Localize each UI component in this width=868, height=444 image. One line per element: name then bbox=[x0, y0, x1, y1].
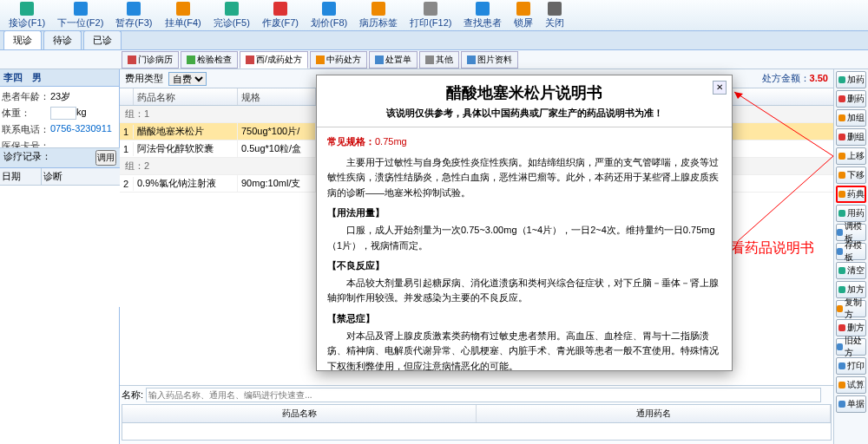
action-btn-清空[interactable]: 清空 bbox=[836, 262, 866, 279]
patient-sex: 男 bbox=[32, 72, 42, 82]
sub-tab[interactable]: 图片资料 bbox=[461, 51, 518, 69]
fee-type-select[interactable]: 自费 bbox=[168, 72, 207, 86]
main-tab[interactable]: 已诊 bbox=[83, 30, 122, 49]
toolbar-btn[interactable]: 病历标签 bbox=[354, 0, 403, 31]
action-btn-删药[interactable]: 删药 bbox=[836, 90, 866, 108]
action-btn-试算[interactable]: 试算 bbox=[836, 376, 866, 394]
toolbar-btn[interactable]: 锁屏 bbox=[509, 0, 538, 31]
patient-panel: 李四 男 患者年龄：23岁 体重：kg 联系电话：0756-3230911 医保… bbox=[0, 69, 120, 444]
toolbar-btn[interactable]: 关闭 bbox=[540, 0, 569, 31]
toolbar-btn[interactable]: 作废(F7) bbox=[257, 0, 304, 31]
toolbar-btn[interactable]: 划价(F8) bbox=[306, 0, 352, 31]
action-btn-加组[interactable]: 加组 bbox=[836, 109, 866, 127]
action-btn-打印[interactable]: 打印 bbox=[836, 357, 866, 375]
drug-manual-popup: 醋酸地塞米松片说明书 该说明仅供参考，具体以中国药典或厂家生产的药品说明书为准！… bbox=[316, 75, 733, 371]
action-btn-删方[interactable]: 删方 bbox=[836, 319, 866, 336]
action-buttons: 加药删药加组删组上移下移药典用药调模板存模板清空加方复制方删方旧处方打印试算单据 bbox=[833, 69, 868, 444]
toolbar-btn[interactable]: 下一位(F2) bbox=[52, 0, 108, 31]
action-btn-存模板[interactable]: 存模板 bbox=[836, 243, 866, 260]
popup-title: 醋酸地塞米松片说明书 bbox=[324, 82, 725, 103]
action-btn-复制方[interactable]: 复制方 bbox=[836, 300, 866, 317]
sub-tab[interactable]: 中药处方 bbox=[310, 51, 367, 69]
action-btn-调模板[interactable]: 调模板 bbox=[836, 224, 866, 241]
action-btn-上移[interactable]: 上移 bbox=[836, 147, 866, 165]
toolbar-btn[interactable]: 查找患者 bbox=[458, 0, 507, 31]
toolbar-btn[interactable]: 打印(F12) bbox=[404, 0, 457, 31]
main-tab[interactable]: 待诊 bbox=[43, 30, 82, 49]
toolbar-btn[interactable]: 接诊(F1) bbox=[3, 0, 50, 31]
main-tabs: 现诊待诊已诊 bbox=[0, 31, 868, 50]
action-btn-单据[interactable]: 单据 bbox=[836, 395, 866, 413]
action-btn-旧处方[interactable]: 旧处方 bbox=[836, 338, 866, 356]
action-btn-药典[interactable]: 药典 bbox=[836, 186, 866, 203]
sub-tabs: 门诊病历检验检查西/成药处方中药处方处置单其他图片资料 bbox=[0, 50, 868, 69]
sub-tab[interactable]: 处置单 bbox=[369, 51, 418, 69]
action-btn-删组[interactable]: 删组 bbox=[836, 128, 866, 146]
toolbar-btn[interactable]: 暂存(F3) bbox=[110, 0, 157, 31]
sub-tab[interactable]: 西/成药处方 bbox=[240, 51, 308, 69]
close-icon[interactable]: ✕ bbox=[713, 81, 727, 95]
main-toolbar: 接诊(F1)下一位(F2)暂存(F3)挂单(F4)完诊(F5)作废(F7)划价(… bbox=[0, 0, 868, 31]
drug-search-input[interactable] bbox=[146, 388, 821, 402]
sub-tab[interactable]: 其他 bbox=[419, 51, 459, 69]
sub-tab[interactable]: 门诊病历 bbox=[122, 51, 179, 69]
toolbar-btn[interactable]: 挂单(F4) bbox=[160, 0, 207, 31]
patient-name: 李四 bbox=[3, 72, 23, 82]
action-btn-加方[interactable]: 加方 bbox=[836, 281, 866, 298]
main-tab[interactable]: 现诊 bbox=[3, 30, 42, 49]
sub-tab[interactable]: 检验检查 bbox=[181, 51, 238, 69]
diag-load-btn[interactable]: 调用 bbox=[95, 150, 116, 166]
action-btn-用药[interactable]: 用药 bbox=[836, 205, 866, 222]
toolbar-btn[interactable]: 完诊(F5) bbox=[208, 0, 255, 31]
action-btn-加药[interactable]: 加药 bbox=[836, 71, 866, 88]
action-btn-下移[interactable]: 下移 bbox=[836, 166, 866, 184]
weight-input[interactable] bbox=[50, 107, 76, 120]
